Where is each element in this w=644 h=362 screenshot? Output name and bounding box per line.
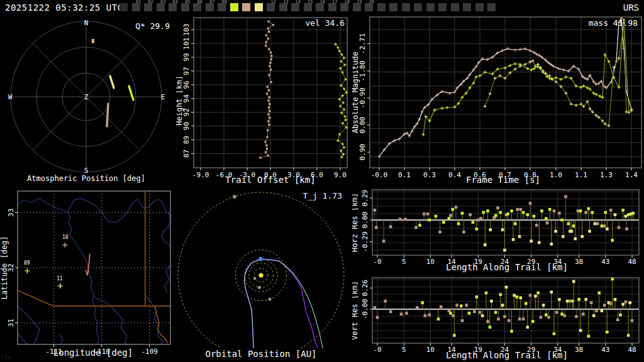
station-box-06[interactable]: 06	[193, 3, 201, 11]
map-xlabel: Longitude [deg]	[53, 348, 133, 358]
svg-text:0.90: 0.90	[358, 144, 367, 161]
station-box-01[interactable]: 01	[132, 3, 140, 11]
atmospheric-position-plot: Q* 29.9 N E S W Z R Atmospheric Position…	[0, 15, 176, 186]
svg-text:48: 48	[628, 346, 636, 354]
svg-text:-9.0: -9.0	[192, 171, 209, 179]
radiant-marker: R	[92, 39, 95, 45]
svg-text:0.4: 0.4	[448, 171, 461, 179]
orbit-plot: T_j 1.73 Orbital Position [AU]	[176, 186, 352, 362]
svg-text:31: 31	[7, 319, 15, 327]
svg-text:1.0: 1.0	[550, 171, 562, 179]
station-box-15[interactable]: 15	[304, 3, 312, 11]
svg-text:0.26: 0.26	[361, 280, 369, 297]
svg-text:-2.71: -2.71	[358, 33, 367, 54]
station-box[interactable]	[487, 3, 496, 11]
compass-east-label: E	[161, 93, 165, 101]
svg-text:103: 103	[182, 23, 191, 36]
svg-text:-0: -0	[373, 258, 381, 266]
resv-xlabel: Length Along Trail [km]	[446, 350, 568, 360]
station-selector-row: 0102030405060708091011121314151617181920	[119, 3, 496, 11]
station-box-09[interactable]: 09	[230, 3, 238, 11]
trail-offset-plot: -9.0-6.0-3.00.03.06.09.01031019997969492…	[176, 15, 352, 186]
svg-text:-0: -0	[373, 346, 381, 354]
station-box[interactable]	[475, 3, 484, 11]
station-box[interactable]	[377, 3, 386, 11]
station-box-08[interactable]: 08	[218, 3, 226, 11]
svg-text:87: 87	[182, 150, 191, 158]
svg-text:5: 5	[402, 346, 406, 354]
vertical-residuals-plot: -051014192429343843480.26-0.00 Vert Res …	[352, 274, 644, 362]
svg-text:48: 48	[628, 258, 636, 266]
station-box-20[interactable]: 20	[365, 3, 373, 11]
station-box[interactable]	[451, 3, 459, 11]
svg-text:1.1: 1.1	[575, 171, 587, 179]
app-window: 20251222 05:32:25 UTC 010203040506070809…	[0, 0, 644, 362]
map-ylabel: Latitude [deg]	[0, 236, 9, 299]
svg-text:9.0: 9.0	[334, 171, 347, 179]
station-box[interactable]	[438, 3, 447, 11]
station-box-17[interactable]: 17	[328, 3, 336, 11]
mass-readout: mass 41.98	[589, 18, 638, 28]
svg-text:09: 09	[24, 260, 30, 266]
svg-text:10: 10	[426, 258, 435, 266]
station-box-14[interactable]: 14	[291, 3, 299, 11]
svg-text:38: 38	[575, 346, 583, 354]
svg-text:5: 5	[402, 258, 406, 266]
svg-text:43: 43	[601, 346, 609, 354]
svg-text:10: 10	[62, 234, 69, 240]
station-box-04[interactable]: 04	[169, 3, 177, 11]
svg-text:99: 99	[182, 53, 191, 61]
station-box-10[interactable]: 10	[242, 3, 250, 11]
svg-text:43: 43	[601, 258, 609, 266]
station-box-12[interactable]: 12	[267, 3, 275, 11]
station-box-13[interactable]: 13	[279, 3, 287, 11]
station-box-07[interactable]: 07	[206, 3, 214, 11]
svg-text:97: 97	[182, 67, 191, 75]
station-box-19[interactable]: 19	[353, 3, 361, 11]
orbit-caption: Orbital Position [AU]	[205, 349, 316, 359]
svg-text:101: 101	[182, 37, 191, 50]
station-box-18[interactable]: 18	[340, 3, 348, 11]
velocity-readout: vel 34.6	[305, 18, 345, 28]
svg-text:33: 33	[7, 209, 15, 217]
zenith-label: Z	[84, 93, 89, 101]
svg-text:-0.29: -0.29	[361, 231, 369, 252]
compass-west-label: W	[8, 93, 13, 101]
top-status-bar: 20251222 05:32:25 UTC 010203040506070809…	[0, 0, 644, 15]
svg-text:-0.00: -0.00	[361, 299, 369, 319]
station-box[interactable]	[119, 3, 128, 11]
svg-text:11: 11	[57, 276, 63, 282]
ground-map-plot: 091011-111-110-109333231 Latitude [deg] …	[0, 186, 176, 362]
svg-text:-109: -109	[141, 348, 158, 356]
polar-caption: Atmospheric Position [deg]	[27, 174, 145, 183]
utc-clock: 20251222 05:32:25 UTC	[5, 3, 123, 13]
watermark: rjw	[1, 354, 10, 360]
svg-text:0.00: 0.00	[361, 212, 369, 229]
svg-text:0.3: 0.3	[423, 171, 436, 179]
trail-ylabel: Height [km]	[176, 75, 184, 125]
station-box-11[interactable]: 11	[255, 3, 263, 11]
svg-text:-0.0: -0.0	[371, 171, 388, 179]
station-box-16[interactable]: 16	[316, 3, 324, 11]
resv-ylabel: Vert Res [km]	[352, 281, 359, 340]
svg-text:89: 89	[182, 136, 191, 144]
station-box[interactable]	[426, 3, 435, 11]
station-box-03[interactable]: 03	[157, 3, 165, 11]
svg-text:10: 10	[426, 346, 435, 354]
station-box[interactable]	[414, 3, 422, 11]
station-box[interactable]	[463, 3, 471, 11]
station-box-02[interactable]: 02	[144, 3, 152, 11]
svg-text:0.29: 0.29	[361, 190, 369, 207]
svg-text:38: 38	[575, 258, 583, 266]
station-box-05[interactable]: 05	[181, 3, 189, 11]
horizontal-residuals-plot: -051014192429343843480.290.00-0.29 Horz …	[352, 186, 644, 274]
station-box[interactable]	[402, 3, 410, 11]
polar-title: Q* 29.9	[135, 21, 170, 31]
resh-xlabel: Length Along Trail [km]	[446, 262, 568, 272]
svg-text:1.3: 1.3	[600, 171, 613, 179]
mag-xlabel: Frame Time [s]	[466, 175, 540, 185]
light-curve-plot: -0.00.10.30.40.60.70.81.01.11.31.4-2.71-…	[352, 15, 644, 186]
station-box[interactable]	[389, 3, 397, 11]
trail-xlabel: Trail Offset [km]	[225, 175, 315, 185]
mag-ylabel: Absolute Magnitude	[352, 52, 360, 133]
